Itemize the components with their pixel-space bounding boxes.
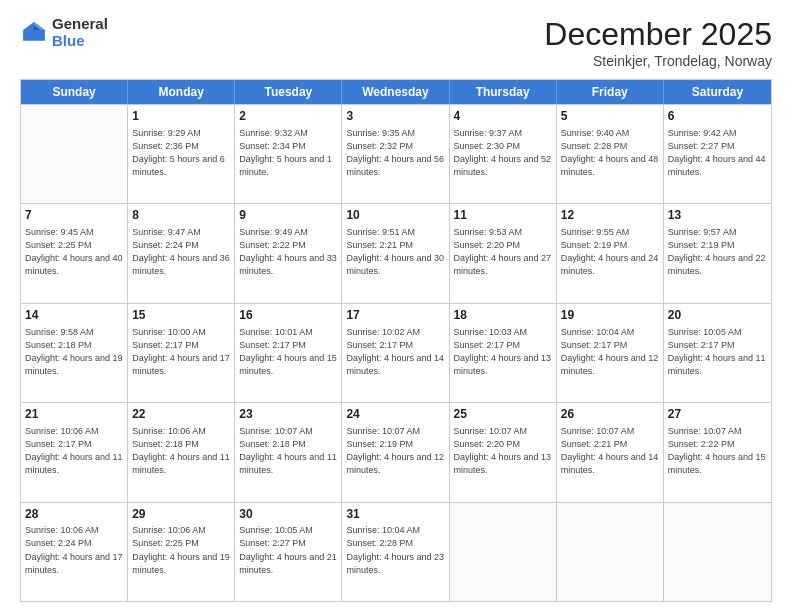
cell-info: Sunrise: 10:03 AMSunset: 2:17 PMDaylight…	[454, 326, 552, 378]
calendar-cell	[21, 105, 128, 203]
cell-info: Sunrise: 10:06 AMSunset: 2:24 PMDaylight…	[25, 524, 123, 576]
cell-info: Sunrise: 10:07 AMSunset: 2:18 PMDaylight…	[239, 425, 337, 477]
calendar-cell: 21Sunrise: 10:06 AMSunset: 2:17 PMDaylig…	[21, 403, 128, 501]
calendar-cell: 24Sunrise: 10:07 AMSunset: 2:19 PMDaylig…	[342, 403, 449, 501]
day-number: 4	[454, 108, 552, 125]
day-number: 6	[668, 108, 767, 125]
calendar-cell: 25Sunrise: 10:07 AMSunset: 2:20 PMDaylig…	[450, 403, 557, 501]
calendar-cell: 10Sunrise: 9:51 AMSunset: 2:21 PMDayligh…	[342, 204, 449, 302]
calendar-cell: 11Sunrise: 9:53 AMSunset: 2:20 PMDayligh…	[450, 204, 557, 302]
logo-text: General Blue	[52, 16, 108, 49]
calendar-cell: 15Sunrise: 10:00 AMSunset: 2:17 PMDaylig…	[128, 304, 235, 402]
day-number: 9	[239, 207, 337, 224]
day-number: 1	[132, 108, 230, 125]
day-number: 23	[239, 406, 337, 423]
calendar-cell: 18Sunrise: 10:03 AMSunset: 2:17 PMDaylig…	[450, 304, 557, 402]
cell-info: Sunrise: 9:32 AMSunset: 2:34 PMDaylight:…	[239, 127, 337, 179]
day-number: 26	[561, 406, 659, 423]
header: General Blue December 2025 Steinkjer, Tr…	[20, 16, 772, 69]
cell-info: Sunrise: 9:40 AMSunset: 2:28 PMDaylight:…	[561, 127, 659, 179]
calendar-cell: 8Sunrise: 9:47 AMSunset: 2:24 PMDaylight…	[128, 204, 235, 302]
calendar-cell: 12Sunrise: 9:55 AMSunset: 2:19 PMDayligh…	[557, 204, 664, 302]
calendar-cell: 28Sunrise: 10:06 AMSunset: 2:24 PMDaylig…	[21, 503, 128, 601]
calendar-header: SundayMondayTuesdayWednesdayThursdayFrid…	[21, 80, 771, 104]
calendar-row-2: 14Sunrise: 9:58 AMSunset: 2:18 PMDayligh…	[21, 303, 771, 402]
calendar-cell: 30Sunrise: 10:05 AMSunset: 2:27 PMDaylig…	[235, 503, 342, 601]
cell-info: Sunrise: 9:35 AMSunset: 2:32 PMDaylight:…	[346, 127, 444, 179]
calendar-cell: 16Sunrise: 10:01 AMSunset: 2:17 PMDaylig…	[235, 304, 342, 402]
cell-info: Sunrise: 9:37 AMSunset: 2:30 PMDaylight:…	[454, 127, 552, 179]
header-day-sunday: Sunday	[21, 80, 128, 104]
cell-info: Sunrise: 10:01 AMSunset: 2:17 PMDaylight…	[239, 326, 337, 378]
cell-info: Sunrise: 10:07 AMSunset: 2:22 PMDaylight…	[668, 425, 767, 477]
day-number: 2	[239, 108, 337, 125]
cell-info: Sunrise: 9:53 AMSunset: 2:20 PMDaylight:…	[454, 226, 552, 278]
calendar-cell: 27Sunrise: 10:07 AMSunset: 2:22 PMDaylig…	[664, 403, 771, 501]
day-number: 22	[132, 406, 230, 423]
calendar-cell: 29Sunrise: 10:06 AMSunset: 2:25 PMDaylig…	[128, 503, 235, 601]
day-number: 27	[668, 406, 767, 423]
calendar-row-4: 28Sunrise: 10:06 AMSunset: 2:24 PMDaylig…	[21, 502, 771, 601]
calendar-cell: 5Sunrise: 9:40 AMSunset: 2:28 PMDaylight…	[557, 105, 664, 203]
cell-info: Sunrise: 10:07 AMSunset: 2:19 PMDaylight…	[346, 425, 444, 477]
day-number: 31	[346, 506, 444, 523]
calendar-cell: 22Sunrise: 10:06 AMSunset: 2:18 PMDaylig…	[128, 403, 235, 501]
cell-info: Sunrise: 9:42 AMSunset: 2:27 PMDaylight:…	[668, 127, 767, 179]
location: Steinkjer, Trondelag, Norway	[544, 53, 772, 69]
calendar-cell: 9Sunrise: 9:49 AMSunset: 2:22 PMDaylight…	[235, 204, 342, 302]
calendar-cell: 2Sunrise: 9:32 AMSunset: 2:34 PMDaylight…	[235, 105, 342, 203]
calendar-cell: 20Sunrise: 10:05 AMSunset: 2:17 PMDaylig…	[664, 304, 771, 402]
day-number: 17	[346, 307, 444, 324]
cell-info: Sunrise: 9:55 AMSunset: 2:19 PMDaylight:…	[561, 226, 659, 278]
title-block: December 2025 Steinkjer, Trondelag, Norw…	[544, 16, 772, 69]
cell-info: Sunrise: 10:04 AMSunset: 2:28 PMDaylight…	[346, 524, 444, 576]
cell-info: Sunrise: 9:51 AMSunset: 2:21 PMDaylight:…	[346, 226, 444, 278]
calendar-cell: 13Sunrise: 9:57 AMSunset: 2:19 PMDayligh…	[664, 204, 771, 302]
calendar-cell	[450, 503, 557, 601]
calendar-cell	[664, 503, 771, 601]
day-number: 8	[132, 207, 230, 224]
logo: General Blue	[20, 16, 108, 49]
calendar-row-0: 1Sunrise: 9:29 AMSunset: 2:36 PMDaylight…	[21, 104, 771, 203]
calendar-cell: 4Sunrise: 9:37 AMSunset: 2:30 PMDaylight…	[450, 105, 557, 203]
header-day-monday: Monday	[128, 80, 235, 104]
calendar-cell: 26Sunrise: 10:07 AMSunset: 2:21 PMDaylig…	[557, 403, 664, 501]
cell-info: Sunrise: 10:06 AMSunset: 2:18 PMDaylight…	[132, 425, 230, 477]
calendar-cell: 14Sunrise: 9:58 AMSunset: 2:18 PMDayligh…	[21, 304, 128, 402]
calendar-cell: 19Sunrise: 10:04 AMSunset: 2:17 PMDaylig…	[557, 304, 664, 402]
logo-icon	[20, 19, 48, 47]
day-number: 29	[132, 506, 230, 523]
calendar-body: 1Sunrise: 9:29 AMSunset: 2:36 PMDaylight…	[21, 104, 771, 601]
cell-info: Sunrise: 10:02 AMSunset: 2:17 PMDaylight…	[346, 326, 444, 378]
calendar-cell: 7Sunrise: 9:45 AMSunset: 2:25 PMDaylight…	[21, 204, 128, 302]
day-number: 28	[25, 506, 123, 523]
cell-info: Sunrise: 9:57 AMSunset: 2:19 PMDaylight:…	[668, 226, 767, 278]
calendar-cell: 23Sunrise: 10:07 AMSunset: 2:18 PMDaylig…	[235, 403, 342, 501]
calendar-cell: 31Sunrise: 10:04 AMSunset: 2:28 PMDaylig…	[342, 503, 449, 601]
cell-info: Sunrise: 10:00 AMSunset: 2:17 PMDaylight…	[132, 326, 230, 378]
day-number: 13	[668, 207, 767, 224]
logo-blue-text: Blue	[52, 33, 108, 50]
day-number: 7	[25, 207, 123, 224]
cell-info: Sunrise: 9:47 AMSunset: 2:24 PMDaylight:…	[132, 226, 230, 278]
day-number: 24	[346, 406, 444, 423]
day-number: 12	[561, 207, 659, 224]
cell-info: Sunrise: 9:58 AMSunset: 2:18 PMDaylight:…	[25, 326, 123, 378]
cell-info: Sunrise: 10:05 AMSunset: 2:27 PMDaylight…	[239, 524, 337, 576]
day-number: 5	[561, 108, 659, 125]
page: General Blue December 2025 Steinkjer, Tr…	[0, 0, 792, 612]
calendar-cell	[557, 503, 664, 601]
month-title: December 2025	[544, 16, 772, 53]
header-day-thursday: Thursday	[450, 80, 557, 104]
day-number: 11	[454, 207, 552, 224]
day-number: 19	[561, 307, 659, 324]
cell-info: Sunrise: 9:29 AMSunset: 2:36 PMDaylight:…	[132, 127, 230, 179]
cell-info: Sunrise: 9:45 AMSunset: 2:25 PMDaylight:…	[25, 226, 123, 278]
cell-info: Sunrise: 9:49 AMSunset: 2:22 PMDaylight:…	[239, 226, 337, 278]
day-number: 15	[132, 307, 230, 324]
cell-info: Sunrise: 10:07 AMSunset: 2:20 PMDaylight…	[454, 425, 552, 477]
day-number: 21	[25, 406, 123, 423]
day-number: 30	[239, 506, 337, 523]
day-number: 10	[346, 207, 444, 224]
header-day-tuesday: Tuesday	[235, 80, 342, 104]
